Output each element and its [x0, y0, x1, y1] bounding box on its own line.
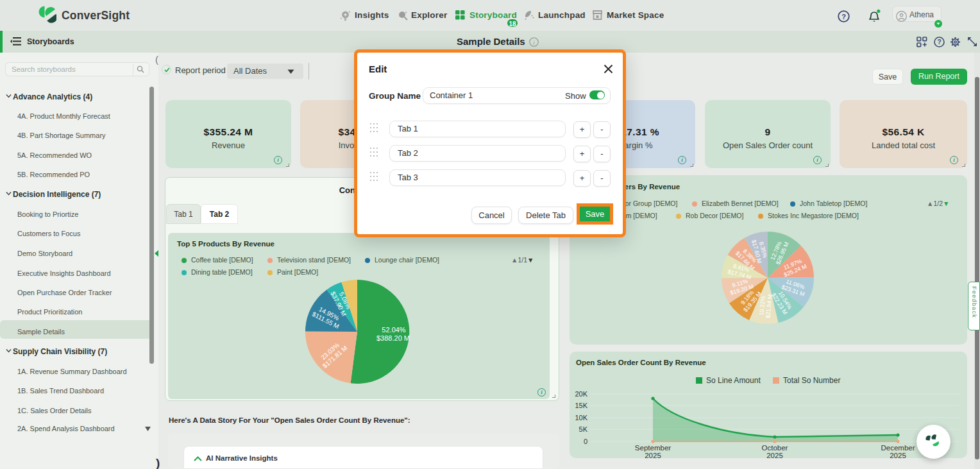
svg-text:0: 0: [584, 438, 587, 445]
svg-text:?: ?: [841, 13, 846, 21]
svg-text:5K: 5K: [579, 425, 588, 433]
svg-text:2025: 2025: [766, 452, 783, 458]
svg-text:2025: 2025: [890, 452, 906, 458]
svg-text:$388.20 M: $388.20 M: [376, 334, 410, 342]
svg-text:October: October: [762, 444, 788, 452]
svg-text:September: September: [635, 444, 671, 452]
svg-text:i: i: [533, 39, 535, 46]
svg-text:15K: 15K: [575, 402, 587, 409]
svg-text:10K: 10K: [575, 414, 587, 422]
svg-text:20K: 20K: [575, 390, 587, 398]
svg-text:52.04%: 52.04%: [382, 326, 406, 334]
svg-text:?: ?: [937, 38, 941, 46]
svg-text:2025: 2025: [645, 452, 661, 458]
svg-text:December: December: [881, 444, 915, 452]
